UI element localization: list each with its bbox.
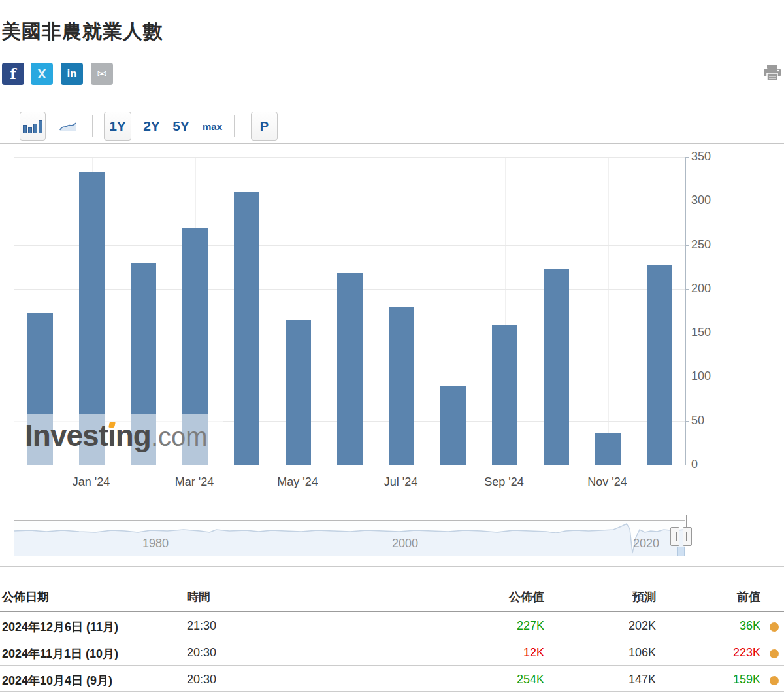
bar[interactable]	[234, 192, 259, 465]
y-axis-tick	[685, 201, 689, 201]
x-axis-label: Jan '24	[56, 475, 127, 489]
facebook-icon: f	[10, 65, 16, 82]
range-max-button[interactable]: max	[198, 112, 227, 141]
bar[interactable]	[440, 386, 466, 465]
divider	[0, 566, 784, 567]
y-axis-tick	[685, 289, 689, 290]
col-header-release-date: 公佈日期	[2, 589, 185, 605]
y-axis-tick	[685, 377, 689, 377]
row-divider	[0, 691, 784, 692]
col-header-time: 時間	[187, 589, 210, 605]
actual-value: 227K	[459, 619, 544, 633]
linkedin-icon: in	[67, 67, 76, 80]
y-axis-tick	[685, 465, 689, 465]
revision-dot-icon[interactable]	[770, 649, 779, 658]
share-facebook-button[interactable]: f	[2, 63, 24, 85]
col-header-forecast: 預測	[571, 589, 656, 605]
divider	[0, 44, 784, 44]
page: 美國非農就業人數 f X in ✉ 1Y 2Y 5	[0, 0, 784, 693]
bar-chart-icon	[23, 119, 42, 133]
chart-type-bar-button[interactable]	[20, 112, 46, 141]
bar[interactable]	[286, 320, 311, 465]
forecast-value: 147K	[571, 673, 656, 686]
forecast-value: 202K	[571, 619, 656, 633]
page-title: 美國非農就業人數	[1, 18, 163, 45]
share-linkedin-button[interactable]: in	[61, 63, 83, 85]
y-axis-label: 150	[691, 326, 730, 339]
gridline	[14, 245, 685, 246]
col-header-actual: 公佈值	[459, 589, 544, 605]
bar[interactable]	[492, 325, 517, 465]
navigator-scrollbar-thumb[interactable]	[677, 547, 685, 556]
release-time: 20:30	[187, 646, 216, 660]
release-time: 20:30	[187, 673, 216, 686]
row-divider	[0, 639, 784, 639]
area-chart-icon	[59, 118, 77, 134]
col-header-previous: 前值	[676, 589, 760, 605]
navigator-series	[14, 521, 685, 556]
gridline	[14, 157, 685, 158]
table-header-divider	[0, 611, 784, 612]
toolbar-divider	[234, 115, 235, 137]
y-axis-label: 250	[691, 238, 730, 252]
divider	[0, 103, 784, 103]
y-axis-label: 350	[691, 150, 730, 163]
share-x-button[interactable]: X	[31, 63, 53, 85]
navigator-year-label: 2000	[376, 537, 434, 550]
bar[interactable]	[389, 307, 414, 465]
revision-dot-icon[interactable]	[770, 676, 779, 685]
y-axis-tick	[685, 245, 689, 246]
release-date: 2024年10月4日 (9月)	[2, 673, 185, 688]
chart-type-line-button[interactable]	[55, 112, 81, 141]
navigator-range-line	[686, 515, 687, 527]
x-axis-label: Mar '24	[159, 475, 231, 489]
revision-dot-icon[interactable]	[770, 622, 779, 632]
navigator-year-label: 2020	[617, 537, 676, 550]
bar[interactable]	[647, 265, 672, 465]
toolbar-divider	[92, 115, 93, 137]
previous-value: 223K	[676, 646, 760, 660]
y-axis-label: 0	[691, 458, 730, 471]
y-axis-tick	[685, 421, 689, 422]
previous-value: 36K	[676, 619, 760, 633]
y-axis-label: 50	[691, 414, 730, 428]
bar[interactable]	[595, 433, 621, 465]
gridline	[14, 201, 685, 201]
previous-value: 159K	[676, 673, 760, 686]
row-divider	[0, 665, 784, 666]
payrolls-bar-chart: Investıng.com	[14, 157, 686, 465]
print-button[interactable]	[762, 64, 783, 84]
share-email-button[interactable]: ✉	[91, 63, 113, 85]
y-axis-label: 200	[691, 282, 730, 296]
y-axis-tick	[685, 157, 689, 158]
gridline	[608, 157, 609, 465]
investing-watermark: Investıng.com	[25, 418, 208, 453]
release-time: 21:30	[187, 619, 216, 633]
y-axis-tick	[685, 333, 689, 333]
release-date: 2024年12月6日 (11月)	[2, 619, 185, 635]
x-axis-label: Jul '24	[365, 475, 437, 489]
range-1y-button[interactable]: 1Y	[104, 112, 131, 141]
navigator-year-label: 1980	[126, 537, 185, 550]
x-axis-label: Sep '24	[468, 475, 540, 489]
timeline-navigator[interactable]: 198020002020	[14, 520, 685, 556]
compare-p-button[interactable]: P	[251, 112, 278, 141]
actual-value: 12K	[459, 646, 544, 660]
navigator-handle-right[interactable]	[683, 527, 692, 546]
bar[interactable]	[337, 273, 363, 465]
divider	[0, 143, 784, 144]
x-icon: X	[37, 67, 46, 82]
y-axis-label: 300	[691, 194, 730, 207]
forecast-value: 106K	[571, 646, 656, 660]
release-date: 2024年11月1日 (10月)	[2, 646, 185, 662]
x-axis-label: May '24	[262, 475, 334, 489]
range-5y-button[interactable]: 5Y	[169, 112, 193, 141]
y-axis-label: 100	[691, 369, 730, 383]
printer-icon	[762, 64, 782, 82]
range-2y-button[interactable]: 2Y	[139, 112, 164, 141]
envelope-icon: ✉	[97, 67, 106, 81]
bar[interactable]	[544, 269, 569, 465]
navigator-handle-left[interactable]	[670, 527, 679, 546]
actual-value: 254K	[459, 673, 544, 686]
x-axis-label: Nov '24	[572, 475, 644, 489]
